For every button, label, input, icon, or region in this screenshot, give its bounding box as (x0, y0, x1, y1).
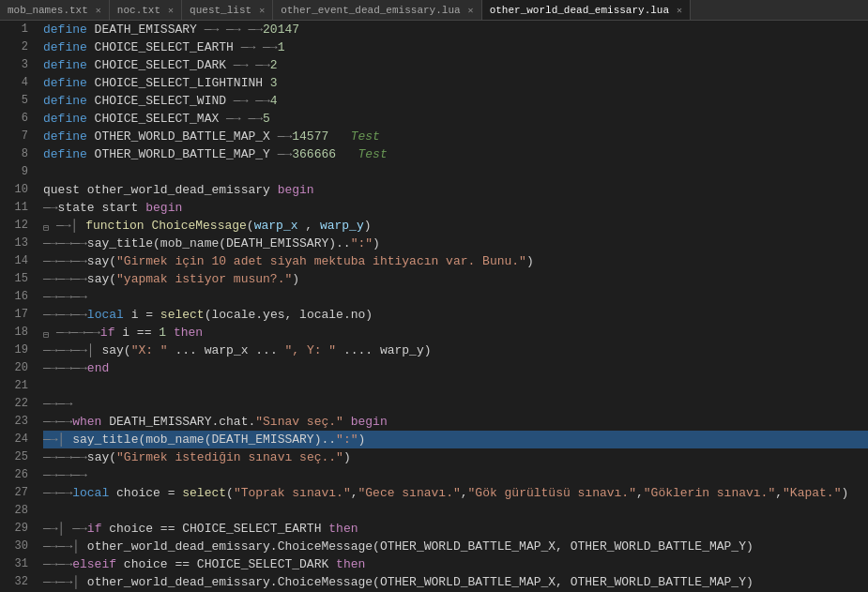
code-line: quest other_world_dead_emissary begin (43, 181, 868, 199)
line-number: 12 (0, 217, 28, 235)
token-arrow: —→ (43, 448, 58, 466)
code-line: define OTHER_WORLD_BATTLE_MAP_Y —→366666… (43, 145, 868, 163)
token-arrow: —→ (71, 324, 86, 342)
tab-close[interactable]: ✕ (259, 5, 265, 16)
tab-noc[interactable]: noc.txt ✕ (110, 0, 182, 21)
line-numbers: 1234567891011121314151617181920212223242… (0, 21, 36, 592)
token-fn-name: select (160, 306, 205, 324)
token-number: 4 (270, 92, 278, 110)
token-kw-begin: begin (145, 199, 182, 217)
token-arrow: —→ (43, 252, 58, 270)
token-kw-when: when (72, 413, 101, 431)
fold-icon[interactable]: ⊟ (43, 220, 56, 233)
line-number: 5 (0, 92, 28, 110)
token-arrow: —→ (72, 252, 87, 270)
token-var-name: warp_y (320, 217, 364, 235)
code-line: —→—→│ other_world_dead_emissary.ChoiceMe… (43, 573, 868, 591)
token-arrow: —→ (58, 573, 73, 591)
code-line (43, 377, 868, 395)
line-number: 2 (0, 38, 28, 56)
token-arrow: —→ (58, 448, 73, 466)
line-number: 10 (0, 181, 28, 199)
tab-close[interactable]: ✕ (677, 5, 682, 16)
token-arrow: —→ (43, 538, 58, 555)
code-line: —→—→local choice = select("Toprak sınavı… (43, 484, 868, 502)
line-number: 28 (0, 502, 28, 520)
token-dot: say( (87, 448, 116, 466)
token-string: "Sınav seç." (255, 413, 343, 431)
token-dot: ) (841, 484, 848, 502)
line-number: 20 (0, 359, 28, 377)
line-number: 27 (0, 484, 28, 502)
line-number: 4 (0, 74, 28, 92)
code-line: —→—→ (43, 395, 868, 413)
line-number: 24 (0, 431, 28, 448)
tab-close[interactable]: ✕ (168, 5, 174, 16)
code-line: —→—→—→end (43, 359, 868, 377)
code-line: —→—→elseif choice == CHOICE_SELECT_DARK … (43, 555, 868, 573)
token-arrow: —→ —→ (234, 56, 270, 74)
token-dot: ) (358, 431, 365, 448)
token-kw-local: local (87, 306, 124, 324)
token-dot: other_world_dead_emissary.ChoiceMessage(… (87, 573, 754, 591)
code-line: —→—→when DEATH_EMISSARY.chat."Sınav seç.… (43, 413, 868, 431)
token-dot: choice == CHOICE_SELECT_EARTH (101, 520, 328, 538)
code-line: —→—→—→say("Girmek istediğin sınavı seç..… (43, 448, 868, 466)
token-string: "X: " (131, 342, 168, 359)
token-string: ":" (336, 431, 358, 448)
tab-label: other_event_dead_emissary.lua (281, 5, 460, 16)
token-dot: ) (526, 252, 534, 270)
token-comment: Test (328, 128, 380, 145)
token-number: 3 (270, 74, 278, 92)
token-arrow: —→ (72, 288, 87, 306)
token-arrow: —→ —→ (241, 38, 278, 56)
tab-close[interactable]: ✕ (468, 5, 474, 16)
token-dot: OTHER_WORLD_BATTLE_MAP_Y (87, 145, 278, 163)
token-dot: say_title(mob_name(DEATH_EMISSARY).. (87, 235, 351, 252)
tab-quest-list[interactable]: quest_list ✕ (182, 0, 273, 21)
token-kw-begin: begin (351, 413, 388, 431)
token-arrow: —→ (58, 466, 73, 484)
tab-other-event[interactable]: other_event_dead_emissary.lua ✕ (273, 0, 481, 21)
token-arrow: │ (72, 538, 87, 555)
code-line (43, 502, 868, 520)
code-line: —→—→—→say_title(mob_name(DEATH_EMISSARY)… (43, 235, 868, 252)
token-var-name: warp_x (254, 217, 298, 235)
code-line (43, 163, 868, 181)
line-number: 16 (0, 288, 28, 306)
code-area[interactable]: define DEATH_EMISSARY —→ —→ —→20147defin… (36, 21, 868, 592)
token-number: 14577 (292, 128, 328, 145)
tab-other-world[interactable]: other_world_dead_emissary.lua ✕ (482, 0, 691, 21)
token-kw-elseif: elseif (72, 555, 116, 573)
token-arrow: —→ (72, 359, 87, 377)
token-string: "yapmak istiyor musun?." (116, 270, 292, 288)
token-kw-then: then (336, 555, 365, 573)
token-paren: ( (247, 217, 254, 235)
line-number: 9 (0, 163, 28, 181)
token-dot: CHOICE_SELECT_DARK (87, 56, 234, 74)
fold-icon[interactable]: ⊟ (43, 326, 56, 340)
code-line: —→state start begin (43, 199, 868, 217)
token-string: "Gece sınavı." (358, 484, 461, 502)
tab-close[interactable]: ✕ (96, 5, 101, 16)
token-dot: say( (87, 252, 116, 270)
token-arrow: —→ (72, 520, 87, 538)
token-arrow: —→ (72, 235, 87, 252)
line-number: 25 (0, 448, 28, 466)
token-arrow: —→ (278, 128, 293, 145)
token-kw-define: define (43, 110, 87, 128)
token-dot: i = (124, 306, 160, 324)
token-dot: say( (87, 270, 116, 288)
token-arrow: —→ (58, 538, 73, 555)
token-arrow: —→ (72, 342, 87, 359)
token-dot (343, 413, 351, 431)
token-arrow: —→ (85, 324, 100, 342)
token-dot: OTHER_WORLD_BATTLE_MAP_X (87, 128, 278, 145)
token-dot: state start (58, 199, 146, 217)
token-arrow: —→ (43, 288, 58, 306)
code-line: define CHOICE_SELECT_DARK —→ —→2 (43, 56, 868, 74)
token-arrow: —→ (58, 252, 73, 270)
token-dot: choice == CHOICE_SELECT_DARK (116, 555, 336, 573)
token-kw-define: define (43, 56, 87, 74)
tab-mob-names[interactable]: mob_names.txt ✕ (0, 0, 110, 21)
